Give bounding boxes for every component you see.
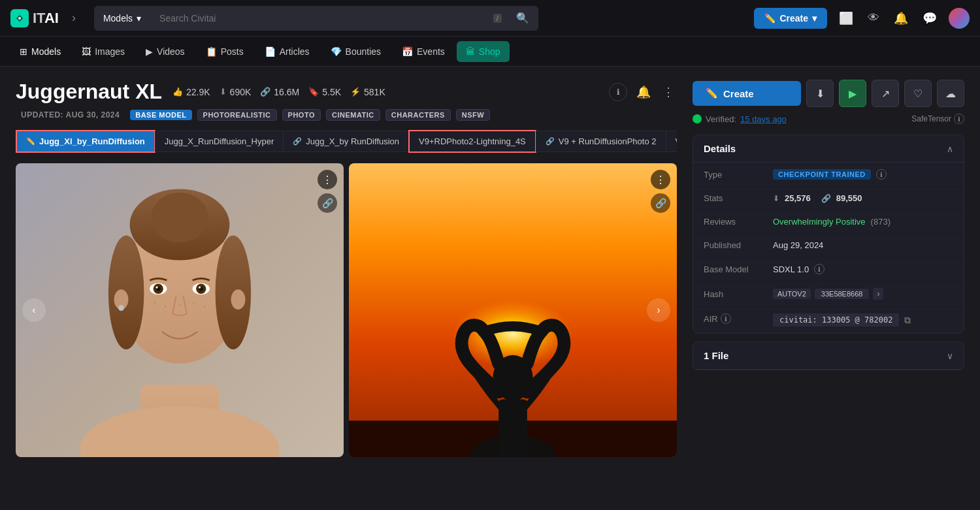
tag-characters: CHARACTERS <box>385 109 451 121</box>
svg-point-18 <box>165 306 167 308</box>
heart-icon: ♡ <box>913 88 923 100</box>
save-icon: ☁ <box>945 88 956 100</box>
details-panel-header[interactable]: Details ∧ <box>693 135 964 163</box>
chat-icon-button[interactable]: 💬 <box>920 8 939 28</box>
notification-button[interactable]: 🔔 <box>634 82 653 102</box>
type-label: Type <box>704 170 762 180</box>
search-input[interactable] <box>150 6 507 31</box>
stat-buzz: ⚡ 581K <box>350 87 385 97</box>
files-panel-header[interactable]: 1 File ∨ <box>693 342 964 370</box>
play-icon: ▶ <box>849 88 857 100</box>
safe-tensor-info-icon[interactable]: ℹ <box>954 114 964 124</box>
verified-time[interactable]: 15 days ago <box>740 114 787 124</box>
top-navigation: ITAI › Models ▾ / 🔍 ✏️ Create ▾ ⬜ 👁 🔔 💬 <box>0 0 980 37</box>
bookmark-icon: 🔖 <box>308 87 319 97</box>
svg-point-7 <box>108 235 144 349</box>
svg-point-24 <box>118 305 124 311</box>
type-info-icon[interactable]: ℹ <box>876 169 887 180</box>
nav-item-posts[interactable]: 📋 Posts <box>197 41 253 62</box>
gallery-link-button-0[interactable]: 🔗 <box>318 193 337 213</box>
slash-badge: / <box>493 14 502 23</box>
nav-item-events[interactable]: 📅 Events <box>393 41 454 62</box>
copy-air-button[interactable]: ⧉ <box>904 315 911 326</box>
shop-icon: 🏛 <box>466 46 475 57</box>
stat-shares: 🔗 16.6M <box>260 87 299 97</box>
tags-row: Updated: Aug 30, 2024 BASE MODEL PHOTORE… <box>16 109 677 121</box>
stat-likes: 👍 22.9K <box>172 87 210 97</box>
gallery-more-button-0[interactable]: ⋮ <box>318 170 337 189</box>
details-panel-title: Details <box>704 143 736 154</box>
model-title: Juggernaut XL <box>16 80 162 104</box>
details-published-row: Published Aug 29, 2024 <box>693 234 964 257</box>
search-button[interactable]: 🔍 <box>507 6 538 31</box>
download-icon-sm: ⬇ <box>773 194 779 203</box>
user-avatar[interactable] <box>949 8 970 29</box>
nav-item-models[interactable]: ⊞ Models <box>10 41 70 62</box>
tag-base-model: BASE MODEL <box>130 110 191 120</box>
play-button[interactable]: ▶ <box>839 80 866 107</box>
svg-point-23 <box>231 289 246 310</box>
nav-item-videos[interactable]: ▶ Videos <box>137 41 194 62</box>
type-value: CHECKPOINT TRAINED ℹ <box>773 169 887 180</box>
svg-point-16 <box>199 286 201 288</box>
air-info-icon[interactable]: ℹ <box>721 313 731 324</box>
info-button[interactable]: ℹ <box>609 83 627 101</box>
secondary-navigation: ⊞ Models 🖼 Images ▶ Videos 📋 Posts 📄 Art… <box>0 37 980 67</box>
search-model-label: Models <box>103 13 133 24</box>
breadcrumb-arrow[interactable]: › <box>72 11 76 25</box>
create-model-button[interactable]: ✏️ Create <box>693 81 801 106</box>
stat-bookmarks: 🔖 5.5K <box>308 87 341 97</box>
version-tab-0[interactable]: ✏️ Jugg_Xl_by_RunDiffusion <box>16 130 155 153</box>
version-tab-5[interactable]: V 8 + RunDiffusion <box>666 131 677 152</box>
verified-row: ✓ Verified: 15 days ago SafeTensor ℹ <box>693 114 964 124</box>
more-options-button[interactable]: ⋮ <box>660 82 677 102</box>
nav-item-articles[interactable]: 📄 Articles <box>255 41 319 62</box>
image-icon: 🖼 <box>82 46 91 57</box>
details-hash-row: Hash AUTOV2 33E58E8668 › <box>693 281 964 307</box>
share-button[interactable]: ↗ <box>872 80 899 107</box>
gallery-more-button-1[interactable]: ⋮ <box>651 170 670 189</box>
version-tab-1[interactable]: Jugg_X_RunDiffusion_Hyper <box>155 131 284 152</box>
gallery-next-button[interactable]: › <box>647 298 670 322</box>
nav-item-shop[interactable]: 🏛 Shop <box>457 41 510 62</box>
search-area: Models ▾ / 🔍 <box>94 6 538 31</box>
gallery-prev-button[interactable]: ‹ <box>22 298 46 322</box>
svg-point-8 <box>216 235 252 349</box>
search-model-dropdown[interactable]: Models ▾ <box>94 6 150 31</box>
logo-area[interactable]: ITAI <box>10 9 59 27</box>
nav-right: ✏️ Create ▾ ⬜ 👁 🔔 💬 <box>754 8 970 29</box>
reviews-label: Reviews <box>704 217 762 227</box>
link-icon: 🔗 <box>293 137 302 146</box>
monitor-icon-button[interactable]: ⬜ <box>836 8 856 28</box>
details-base-model-row: Base Model SDXL 1.0 ℹ <box>693 257 964 281</box>
svg-point-20 <box>204 306 206 308</box>
base-model-info-icon[interactable]: ℹ <box>814 264 825 274</box>
hash-value-text: 33E58E8668 <box>815 289 870 299</box>
logo-text: ITAI <box>33 10 59 27</box>
create-button[interactable]: ✏️ Create ▾ <box>754 8 827 29</box>
version-tab-2[interactable]: 🔗 Jugg_X_by RunDiffusion <box>283 131 409 152</box>
hash-arrow-button[interactable]: › <box>873 288 883 300</box>
silhouette-image <box>349 163 677 457</box>
page-content: Juggernaut XL 👍 22.9K ⬇ 690K 🔗 16.6M 🔖 5… <box>0 67 980 470</box>
version-tab-3[interactable]: V9+RDPhoto2-Lightning_4S <box>408 130 536 153</box>
nav-item-images[interactable]: 🖼 Images <box>73 41 134 62</box>
verified-badge: ✓ Verified: 15 days ago <box>693 114 787 124</box>
share-icon: ↗ <box>881 88 890 100</box>
lightning-icon: ⚡ <box>350 87 361 97</box>
save-button[interactable]: ☁ <box>937 80 964 107</box>
bell-icon-button[interactable]: 🔔 <box>891 8 911 28</box>
download-button[interactable]: ⬇ <box>806 80 834 107</box>
gallery-item-1: ⋮ 🔗 › <box>349 163 677 457</box>
version-tab-4[interactable]: 🔗 V9 + RunDiffusionPhoto 2 <box>536 131 666 152</box>
eye-icon-button[interactable]: 👁 <box>865 8 882 27</box>
like-button[interactable]: ♡ <box>904 80 932 107</box>
nav-item-bounties[interactable]: 💎 Bounties <box>321 41 390 62</box>
article-icon: 📄 <box>265 46 276 57</box>
gallery-link-button-1[interactable]: 🔗 <box>651 193 670 213</box>
tag-cinematic: CINEMATIC <box>326 109 380 121</box>
details-air-row: AIR ℹ civitai: 133005 @ 782002 ⧉ <box>693 307 964 333</box>
reviews-positive[interactable]: Overwhelmingly Positive <box>773 217 866 227</box>
gallery-item-0: ⋮ 🔗 ‹ <box>16 163 344 457</box>
video-icon: ▶ <box>146 46 153 57</box>
